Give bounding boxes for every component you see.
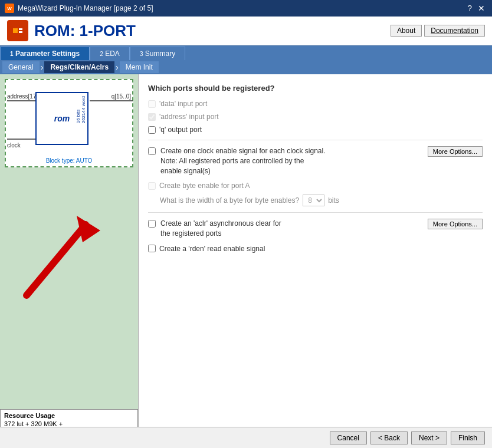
sub-tab-mem-init[interactable]: Mem Init [120, 61, 159, 73]
svg-marker-8 [77, 216, 100, 242]
clock-port-label: clock [7, 142, 21, 149]
address-input-checkbox[interactable] [148, 113, 156, 121]
tab-summary[interactable]: 3 Summary [130, 47, 185, 60]
svg-rect-2 [19, 28, 22, 30]
section-title: Which ports should be registered? [148, 84, 483, 93]
header-buttons: About Documentation [391, 25, 485, 37]
data-input-label: 'data' input port [159, 100, 207, 108]
title-bar: W MegaWizard Plug-In Manager [page 2 of … [0, 0, 492, 17]
byte-enable-label: Create byte enable for port A [159, 182, 250, 190]
address-input-row: 'address' input port [148, 113, 483, 121]
red-arrow-overlay [9, 189, 127, 309]
q-output-checkbox[interactable] [148, 126, 156, 134]
next-button[interactable]: Next > [411, 431, 447, 444]
bits-label: 16 bits 262144 word [76, 96, 86, 123]
title-bar-left: W MegaWizard Plug-In Manager [page 2 of … [5, 4, 153, 13]
byte-enable-row: Create byte enable for port A [148, 182, 483, 190]
window-title: MegaWizard Plug-In Manager [page 2 of 5] [18, 4, 153, 12]
data-input-checkbox[interactable] [148, 100, 156, 108]
app-header: ROM: 1-PORT About Documentation [0, 17, 492, 45]
aclr-text: Create an 'aclr' asynchronous clear for … [160, 219, 423, 239]
byte-width-select[interactable]: 8 [303, 195, 324, 206]
aclr-checkbox[interactable] [148, 220, 156, 228]
resource-title: Resource Usage [4, 412, 134, 419]
app-icon: W [5, 4, 14, 13]
rden-checkbox[interactable] [148, 245, 156, 252]
clock-enable-row: Create one clock enable signal for each … [148, 146, 483, 176]
byte-width-row: What is the width of a byte for byte ena… [148, 195, 483, 206]
tab-parameter-settings[interactable]: 1 Parameter Settings [0, 47, 90, 60]
byte-width-label: What is the width of a byte for byte ena… [160, 196, 299, 205]
rden-label: Create a 'rden' read enable signal [159, 245, 265, 253]
close-button[interactable]: ✕ [475, 4, 487, 13]
byte-enable-checkbox[interactable] [148, 182, 156, 190]
svg-line-7 [27, 225, 86, 295]
q-output-row: 'q' output port [148, 126, 483, 134]
address-input-label: 'address' input port [159, 113, 219, 121]
aclr-row: Create an 'aclr' asynchronous clear for … [148, 219, 483, 239]
title-bar-controls: ? ✕ [465, 4, 487, 13]
finish-button[interactable]: Finish [451, 431, 485, 444]
app-logo [7, 20, 28, 41]
documentation-button[interactable]: Documentation [424, 25, 485, 37]
bottom-bar: Cancel < Back Next > Finish [0, 427, 492, 448]
data-input-row: 'data' input port [148, 100, 483, 108]
q-output-label: 'q' output port [159, 126, 202, 134]
left-panel: address[17..0] q[15..0] rom 16 bits 2621… [0, 74, 139, 437]
app-name: ROM: 1-PORT [34, 22, 136, 40]
sub-tab-bar: General › Regs/Clken/Aclrs › Mem Init [0, 60, 492, 74]
sub-tab-regs[interactable]: Regs/Clken/Aclrs [44, 61, 114, 73]
rom-label: rom [54, 114, 70, 123]
help-button[interactable]: ? [465, 4, 474, 13]
cancel-button[interactable]: Cancel [330, 431, 367, 444]
clock-enable-text: Create one clock enable signal for each … [160, 146, 423, 176]
rden-row: Create a 'rden' read enable signal [148, 245, 483, 253]
svg-rect-1 [13, 28, 18, 33]
aclr-more-button[interactable]: More Options... [428, 219, 483, 229]
clock-enable-checkbox[interactable] [148, 147, 156, 155]
back-button[interactable]: < Back [370, 431, 408, 444]
main-tab-bar: 1 Parameter Settings 2 EDA 3 Summary [0, 45, 492, 60]
sub-tab-general[interactable]: General [2, 61, 40, 73]
red-arrow-svg [9, 189, 127, 307]
byte-width-suffix: bits [328, 196, 339, 205]
svg-rect-3 [19, 31, 22, 33]
about-button[interactable]: About [391, 25, 422, 37]
clock-enable-more-button[interactable]: More Options... [428, 146, 483, 157]
separator-2 [148, 212, 483, 213]
chevron-icon-1: › [41, 62, 44, 72]
rom-diagram: address[17..0] q[15..0] rom 16 bits 2621… [5, 79, 133, 167]
block-type-label: Block type: AUTO [46, 157, 93, 164]
right-panel: Which ports should be registered? 'data'… [139, 74, 492, 437]
tab-eda[interactable]: 2 EDA [90, 47, 130, 60]
separator-1 [148, 140, 483, 140]
rom-box: rom 16 bits 262144 word [35, 92, 88, 145]
content-area: address[17..0] q[15..0] rom 16 bits 2621… [0, 74, 492, 437]
app-title-area: ROM: 1-PORT [7, 20, 136, 41]
chevron-icon-2: › [116, 62, 119, 72]
